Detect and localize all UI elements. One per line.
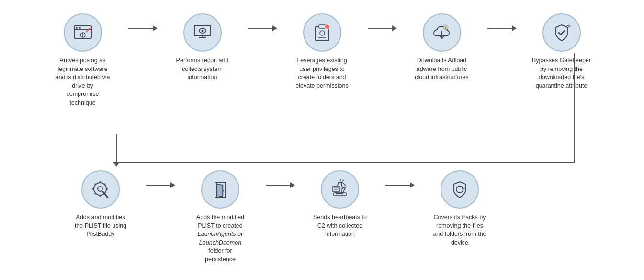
svg-point-3 <box>79 27 81 29</box>
svg-point-22 <box>98 187 102 191</box>
browser-icon <box>64 13 102 52</box>
arrow3 <box>368 28 396 29</box>
arrow5 <box>146 185 175 186</box>
node-gatekeeper: Bypasses Gatekeeper by removing the down… <box>516 13 607 90</box>
svg-rect-41 <box>333 186 339 192</box>
node-heartbeat: Sends heartbeats to C2 with collected in… <box>294 170 385 239</box>
svg-line-44 <box>342 182 346 186</box>
node-plist: Adds and modifies the PLIST file using P… <box>55 170 146 239</box>
cloud-download-icon: 🐛 <box>423 13 461 52</box>
connector-arrow-down <box>116 134 117 163</box>
node-recon: Performs recon and collects system infor… <box>157 13 248 82</box>
node9-label: Covers its tracks by removing the files … <box>433 213 486 247</box>
node8-label: Sends heartbeats to C2 with collected in… <box>313 213 367 239</box>
shield-check-icon <box>542 13 581 52</box>
arrow2 <box>248 28 277 29</box>
node-launch: Adds the modifiedPLIST to createdLaunchA… <box>175 170 266 264</box>
connector-vertical <box>574 53 575 163</box>
node2-label: Performs recon and collects system infor… <box>176 57 229 82</box>
svg-line-46 <box>342 180 344 181</box>
svg-line-30 <box>95 193 96 194</box>
arrow6 <box>266 185 294 186</box>
shield-rotate-icon <box>441 170 479 209</box>
gear-wrench-icon <box>81 170 120 209</box>
svg-text:🐛: 🐛 <box>444 26 449 30</box>
node7-label: Adds the modifiedPLIST to createdLaunchA… <box>196 213 244 264</box>
node-arrives: Arrives posing as legitimate software an… <box>37 13 128 107</box>
node5-label: Bypasses Gatekeeper by removing the down… <box>532 57 591 90</box>
hand-paper-icon <box>321 170 359 209</box>
svg-line-29 <box>104 184 105 185</box>
svg-line-27 <box>95 184 96 185</box>
node-covers: Covers its tracks by removing the files … <box>414 170 505 247</box>
id-badge-icon: ! <box>303 13 341 52</box>
node3-label: Leverages existing user privileges to cr… <box>295 57 348 90</box>
svg-point-11 <box>201 30 203 32</box>
svg-text:!: ! <box>326 26 327 29</box>
connector-horizontal <box>119 162 575 163</box>
svg-point-2 <box>76 27 78 29</box>
svg-rect-37 <box>334 193 346 196</box>
node6-label: Adds and modifies the PLIST file using P… <box>75 213 126 239</box>
arrow1 <box>128 28 157 29</box>
node4-label: Downloads Adload adware from public clou… <box>415 57 469 82</box>
node-leverage: ! Leverages existing user privileges to … <box>277 13 368 90</box>
arrow4 <box>487 28 516 29</box>
arrow-down-head <box>113 162 120 167</box>
node-downloads: 🐛 Downloads Adload adware from public cl… <box>396 13 487 82</box>
diagram: Arrives posing as legitimate software an… <box>0 0 644 280</box>
svg-point-14 <box>320 31 325 35</box>
monitor-eye-icon <box>183 13 222 52</box>
door-icon <box>201 170 239 209</box>
arrow7 <box>385 185 414 186</box>
node1-label: Arrives posing as legitimate software an… <box>56 57 110 107</box>
